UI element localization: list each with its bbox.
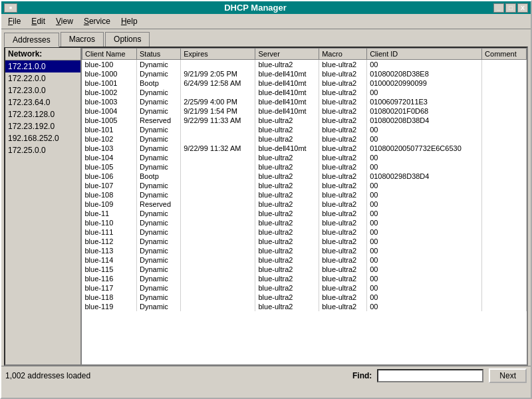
table-row[interactable]: blue-105Dynamicblue-ultra2blue-ultra200	[82, 162, 527, 172]
table-row[interactable]: blue-108Dynamicblue-ultra2blue-ultra200	[82, 190, 527, 200]
table-cell: blue-106	[82, 172, 137, 181]
menu-service[interactable]: Service	[80, 15, 114, 27]
table-row[interactable]: blue-117Dynamicblue-ultra2blue-ultra200	[82, 283, 527, 293]
table-cell	[482, 190, 527, 200]
table-row[interactable]: blue-118Dynamicblue-ultra2blue-ultra200	[82, 293, 527, 302]
table-row[interactable]: blue-101Dynamicblue-ultra2blue-ultra200	[82, 125, 527, 134]
col-client-id[interactable]: Client ID	[367, 49, 482, 60]
table-cell: blue-11	[82, 209, 137, 218]
table-cell: blue-ultra2	[255, 227, 319, 237]
table-cell	[181, 172, 255, 181]
tab-macros[interactable]: Macros	[61, 32, 104, 47]
tab-options[interactable]: Options	[105, 32, 150, 47]
table-row[interactable]: blue-116Dynamicblue-ultra2blue-ultra200	[82, 274, 527, 283]
table-row[interactable]: blue-113Dynamicblue-ultra2blue-ultra200	[82, 246, 527, 255]
table-cell: blue-ultra2	[319, 200, 367, 209]
table-row[interactable]: blue-1002Dynamicblue-dell410mtblue-ultra…	[82, 88, 527, 97]
table-row[interactable]: blue-102Dynamicblue-ultra2blue-ultra200	[82, 134, 527, 144]
table-row[interactable]: blue-110Dynamicblue-ultra2blue-ultra200	[82, 218, 527, 227]
next-button[interactable]: Next	[489, 368, 527, 383]
table-cell: 01000020990099	[367, 78, 482, 88]
table-cell: blue-1004	[82, 106, 137, 116]
network-item-2[interactable]: 172.23.0.0	[5, 84, 80, 96]
col-client-name[interactable]: Client Name	[82, 49, 137, 60]
table-cell: blue-ultra2	[255, 246, 319, 255]
table-cell: Bootp	[137, 172, 181, 181]
table-cell: blue-ultra2	[319, 181, 367, 190]
table-cell: blue-ultra2	[255, 209, 319, 218]
table-cell: blue-ultra2	[255, 255, 319, 265]
col-server[interactable]: Server	[255, 49, 319, 60]
table-row[interactable]: blue-112Dynamicblue-ultra2blue-ultra200	[82, 237, 527, 246]
table-cell: 00	[367, 237, 482, 246]
table-cell: Dynamic	[137, 255, 181, 265]
network-item-3[interactable]: 172.23.64.0	[5, 96, 80, 108]
table-cell: 00	[367, 200, 482, 209]
window-icon[interactable]: ▪	[4, 3, 17, 13]
table-cell: blue-ultra2	[319, 125, 367, 134]
close-button[interactable]: X	[517, 3, 528, 13]
table-row[interactable]: blue-1005Reserved9/22/99 11:33 AMblue-ul…	[82, 116, 527, 125]
table-row[interactable]: blue-103Dynamic9/22/99 11:32 AMblue-dell…	[82, 144, 527, 153]
table-row[interactable]: blue-11Dynamicblue-ultra2blue-ultra200	[82, 209, 527, 218]
table-cell: Dynamic	[137, 144, 181, 153]
table-cell: blue-108	[82, 190, 137, 200]
minimize-button[interactable]: _	[493, 3, 504, 13]
table-row[interactable]: blue-1000Dynamic9/21/99 2:05 PMblue-dell…	[82, 69, 527, 78]
table-cell: blue-ultra2	[319, 69, 367, 78]
col-comment[interactable]: Comment	[482, 49, 527, 60]
network-item-1[interactable]: 172.22.0.0	[5, 72, 80, 84]
table-row[interactable]: blue-1004Dynamic9/21/99 1:54 PMblue-dell…	[82, 106, 527, 116]
tab-addresses[interactable]: Addresses	[4, 33, 59, 47]
table-row[interactable]: blue-109Reservedblue-ultra2blue-ultra200	[82, 200, 527, 209]
network-item-0[interactable]: 172.21.0.0	[5, 61, 80, 72]
table-cell: blue-ultra2	[319, 218, 367, 227]
col-macro[interactable]: Macro	[319, 49, 367, 60]
menu-edit[interactable]: Edit	[27, 15, 49, 27]
col-expires[interactable]: Expires	[181, 49, 255, 60]
title-bar-controls: _ □ X	[493, 3, 528, 13]
table-cell: blue-ultra2	[319, 265, 367, 274]
table-cell	[482, 172, 527, 181]
table-cell: blue-ultra2	[319, 237, 367, 246]
maximize-button[interactable]: □	[505, 3, 516, 13]
table-cell: 00	[367, 255, 482, 265]
status-text: 1,002 addresses loaded	[5, 371, 347, 380]
col-status[interactable]: Status	[137, 49, 181, 60]
table-cell: blue-dell410mt	[255, 69, 319, 78]
table-cell: blue-114	[82, 255, 137, 265]
table-row[interactable]: blue-106Bootpblue-ultra2blue-ultra201080…	[82, 172, 527, 181]
table-cell: 00	[367, 227, 482, 237]
table-cell: blue-109	[82, 200, 137, 209]
table-cell: 00	[367, 190, 482, 200]
network-item-6[interactable]: 192.168.252.0	[5, 132, 80, 144]
network-item-4[interactable]: 172.23.128.0	[5, 108, 80, 120]
table-cell: blue-105	[82, 162, 137, 172]
table-cell: Dynamic	[137, 218, 181, 227]
table-cell: blue-ultra2	[319, 274, 367, 283]
table-cell: 00	[367, 88, 482, 97]
find-input[interactable]	[377, 369, 483, 382]
table-cell: blue-ultra2	[255, 200, 319, 209]
table-cell	[482, 116, 527, 125]
table-cell	[181, 200, 255, 209]
table-row[interactable]: blue-104Dynamicblue-ultra2blue-ultra200	[82, 153, 527, 162]
table-row[interactable]: blue-119Dynamicblue-ultra2blue-ultra200	[82, 302, 527, 311]
table-row[interactable]: blue-107Dynamicblue-ultra2blue-ultra200	[82, 181, 527, 190]
network-item-7[interactable]: 172.25.0.0	[5, 144, 80, 156]
table-cell: blue-ultra2	[255, 172, 319, 181]
table-row[interactable]: blue-114Dynamicblue-ultra2blue-ultra200	[82, 255, 527, 265]
table-cell: blue-ultra2	[319, 255, 367, 265]
table-row[interactable]: blue-111Dynamicblue-ultra2blue-ultra200	[82, 227, 527, 237]
table-cell	[181, 162, 255, 172]
menu-view[interactable]: View	[52, 15, 77, 27]
window-title: DHCP Manager	[17, 3, 493, 13]
menu-help[interactable]: Help	[117, 15, 142, 27]
table-row[interactable]: blue-1001Bootp6/24/99 12:58 AMblue-dell4…	[82, 78, 527, 88]
menu-file[interactable]: File	[4, 15, 25, 27]
table-row[interactable]: blue-115Dynamicblue-ultra2blue-ultra200	[82, 265, 527, 274]
network-item-5[interactable]: 172.23.192.0	[5, 120, 80, 132]
table-cell: blue-ultra2	[319, 60, 367, 70]
table-row[interactable]: blue-1003Dynamic2/25/99 4:00 PMblue-dell…	[82, 97, 527, 106]
table-row[interactable]: blue-100Dynamicblue-ultra2blue-ultra200	[82, 60, 527, 70]
